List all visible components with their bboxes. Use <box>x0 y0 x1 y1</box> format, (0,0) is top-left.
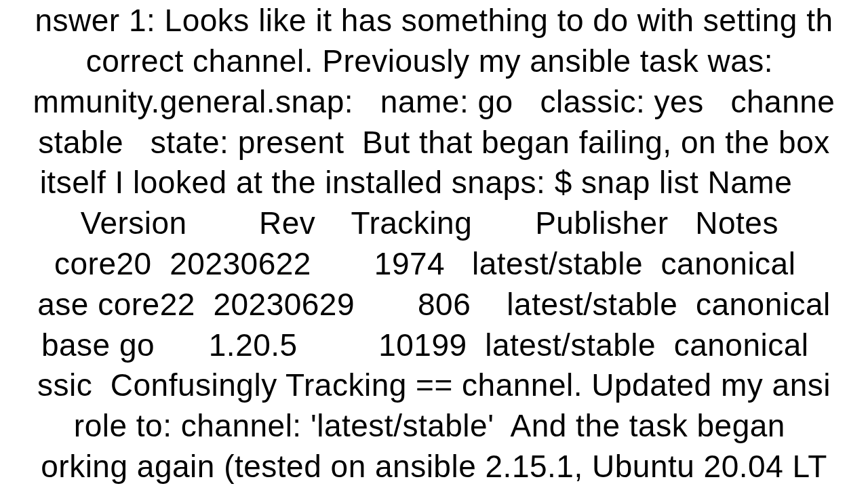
document-text: nswer 1: Looks like it has something to … <box>0 0 868 488</box>
